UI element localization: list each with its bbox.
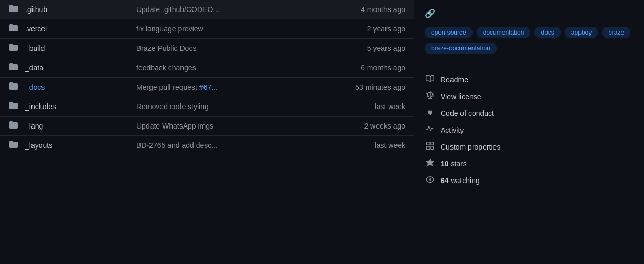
sidebar-item[interactable]: 10 stars [425, 155, 634, 172]
link-icon: 🔗 [425, 8, 435, 18]
folder-icon [8, 43, 19, 54]
topics-list: open-sourcedocumentationdocsappboybrazeb… [425, 27, 634, 54]
commit-message: fix language preview [136, 25, 331, 33]
commit-message: BD-2765 and add desc... [136, 141, 331, 150]
sidebar-item-label: View license [441, 92, 481, 101]
commit-link[interactable]: #67... [199, 83, 218, 91]
sidebar-item[interactable]: Activity [425, 122, 634, 139]
table-row: _datafeedback changes6 months ago [0, 58, 414, 78]
scale-icon [425, 91, 435, 102]
grid-icon [425, 142, 435, 152]
sidebar-item-label: 64 watching [441, 176, 480, 185]
topic-badge[interactable]: appboy [565, 27, 598, 38]
topic-badge[interactable]: docs [534, 27, 560, 38]
file-name: _build [25, 44, 130, 52]
table-row: _buildBraze Public Docs5 years ago [0, 39, 414, 58]
folder-icon [8, 121, 19, 131]
file-list: .githubUpdate .github/CODEO...4 months a… [0, 0, 414, 264]
sidebar-item[interactable]: Custom properties [425, 139, 634, 155]
folder-icon [8, 82, 19, 92]
file-time: 2 weeks ago [337, 122, 405, 130]
commit-message: Removed code styling [136, 102, 331, 111]
heart-icon [425, 108, 435, 119]
folder-icon [8, 140, 19, 151]
sidebar: 🔗 open-sourcedocumentationdocsappboybraz… [414, 0, 644, 264]
file-time: 5 years ago [337, 44, 405, 52]
file-name: .vercel [25, 25, 130, 33]
file-time: 2 years ago [337, 25, 405, 33]
table-row: .vercelfix language preview2 years ago [0, 19, 414, 39]
file-time: last week [337, 141, 405, 150]
sidebar-items-list: ReadmeView licenseCode of conductActivit… [425, 71, 634, 189]
file-name: _lang [25, 122, 130, 130]
table-row: _docsMerge pull request #67...53 minutes… [0, 78, 414, 97]
eye-icon [425, 175, 435, 186]
sidebar-item-label: Readme [441, 76, 468, 84]
topic-badge[interactable]: documentation [477, 27, 531, 38]
commit-message: Merge pull request #67... [136, 83, 331, 91]
star-icon [425, 159, 435, 169]
file-time: 6 months ago [337, 64, 405, 72]
file-time: 53 minutes ago [337, 83, 405, 91]
activity-icon [425, 125, 435, 135]
sidebar-item-label: 10 stars [441, 160, 467, 168]
commit-message: Update .github/CODEO... [136, 5, 331, 14]
file-name-link[interactable]: _docs [25, 83, 45, 91]
file-name: _data [25, 64, 130, 72]
website-link-row[interactable]: 🔗 [425, 8, 634, 18]
sidebar-item-label: Custom properties [441, 143, 500, 151]
sidebar-item[interactable]: 64 watching [425, 172, 634, 189]
sidebar-item-label: Activity [441, 126, 464, 134]
table-row: .githubUpdate .github/CODEO...4 months a… [0, 0, 414, 19]
sidebar-item[interactable]: View license [425, 88, 634, 105]
sidebar-divider [425, 65, 634, 65]
book-icon [425, 75, 435, 85]
file-name: .github [25, 5, 130, 14]
file-name: _includes [25, 102, 130, 111]
sidebar-item[interactable]: Code of conduct [425, 105, 634, 122]
table-row: _includesRemoved code stylinglast week [0, 97, 414, 117]
table-row: _layoutsBD-2765 and add desc...last week [0, 136, 414, 155]
file-time: last week [337, 102, 405, 111]
commit-message: Update WhatsApp imgs [136, 122, 331, 130]
sidebar-item-label: Code of conduct [441, 109, 494, 118]
topic-badge[interactable]: braze-documentation [425, 43, 497, 54]
table-row: _langUpdate WhatsApp imgs2 weeks ago [0, 117, 414, 136]
sidebar-item[interactable]: Readme [425, 71, 634, 88]
topic-badge[interactable]: open-source [425, 27, 473, 38]
commit-message: feedback changes [136, 64, 331, 72]
topic-badge[interactable]: braze [602, 27, 630, 38]
folder-icon [8, 4, 19, 15]
folder-icon [8, 101, 19, 112]
folder-icon [8, 62, 19, 73]
folder-icon [8, 24, 19, 34]
file-name: _layouts [25, 141, 130, 150]
commit-message: Braze Public Docs [136, 44, 331, 52]
file-time: 4 months ago [337, 5, 405, 14]
